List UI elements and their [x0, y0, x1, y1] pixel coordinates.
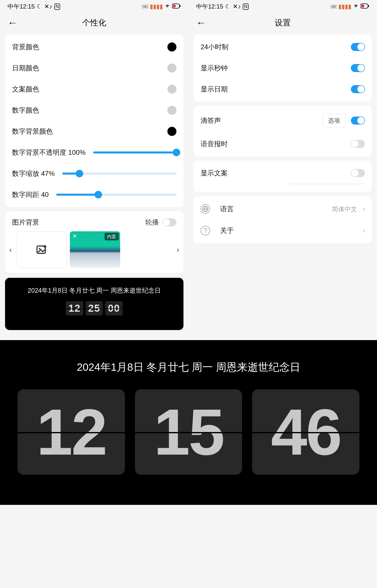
fullscreen-clock: 2024年1月8日 冬月廿七 周一 周恩来逝世纪念日 12 15 46: [0, 340, 377, 505]
digit-bg-color-label: 数字背景颜色: [12, 127, 53, 136]
tick-label: 滴答声: [201, 116, 221, 125]
wifi-icon: [353, 3, 359, 10]
general-settings-card: 语言 简体中文 › ? 关于 ›: [194, 196, 372, 243]
digit-bg-color-row[interactable]: 数字背景颜色: [5, 121, 183, 142]
date-color-swatch[interactable]: [167, 64, 176, 73]
remove-image-icon[interactable]: ✕: [71, 233, 78, 239]
status-bar: 中午12:15 ☾ ✕♪ N HD ▮▮▮▮: [0, 0, 189, 12]
nfc-icon: N: [243, 4, 249, 10]
show-text-row: 显示文案: [194, 163, 372, 184]
signal-icon: ▮▮▮▮: [150, 3, 163, 10]
digit-spacing-label: 数字间距 40: [12, 190, 49, 199]
h24-label: 24小时制: [201, 42, 228, 51]
sound-settings-card: 滴答声 选项 语音报时: [194, 106, 372, 156]
bg-color-row[interactable]: 背景颜色: [5, 36, 183, 58]
digit-scale-label: 数字缩放 47%: [12, 169, 55, 178]
big-clock-seconds: 46: [252, 389, 359, 475]
digit-bg-color-swatch[interactable]: [167, 127, 176, 136]
tick-row: 滴答声 选项: [194, 108, 372, 133]
show-text-label: 显示文案: [201, 169, 228, 178]
svg-rect-9: [361, 5, 364, 8]
carousel-label: 轮播: [145, 218, 159, 227]
show-seconds-toggle[interactable]: [351, 64, 365, 72]
moon-icon: ☾: [37, 3, 42, 10]
back-arrow-icon[interactable]: ←: [196, 17, 206, 28]
mute-icon: ✕♪: [233, 3, 241, 10]
digit-spacing-row: 数字间距 40: [5, 184, 183, 205]
text-color-row[interactable]: 文案颜色: [5, 79, 183, 100]
digit-spacing-slider[interactable]: [56, 194, 176, 196]
image-thumbnail[interactable]: ✕ 内置: [70, 231, 120, 268]
bg-color-label: 背景颜色: [12, 42, 39, 51]
chevron-right-icon: ›: [363, 205, 365, 213]
moon-icon: ☾: [225, 3, 231, 10]
tick-toggle[interactable]: [351, 117, 365, 125]
show-date-row: 显示日期: [194, 79, 372, 100]
big-clock-date: 2024年1月8日 冬月廿七 周一 周恩来逝世纪念日: [18, 360, 359, 374]
add-image-icon: [35, 243, 48, 256]
display-settings-card: 24小时制 显示秒钟 显示日期: [194, 34, 372, 102]
mute-icon: ✕♪: [44, 3, 52, 10]
nav-header: ← 设置: [189, 12, 377, 34]
nav-header: ← 个性化: [0, 12, 189, 34]
preview-seconds: 00: [105, 301, 123, 315]
globe-icon: [201, 204, 210, 214]
left-panel-personalization: 中午12:15 ☾ ✕♪ N HD ▮▮▮▮ ← 个性化 背景颜: [0, 0, 189, 340]
battery-icon: [360, 3, 369, 10]
status-bar: 中午12:15 ☾ ✕♪ N HD ▮▮▮▮: [189, 0, 377, 12]
status-time: 中午12:15: [8, 3, 35, 11]
bg-color-swatch[interactable]: [167, 42, 176, 51]
wifi-icon: [164, 3, 170, 10]
language-value: 简体中文: [332, 205, 357, 213]
h24-toggle[interactable]: [351, 43, 365, 51]
svg-point-4: [39, 248, 40, 249]
signal-icon: ▮▮▮▮: [338, 3, 351, 10]
text-input[interactable]: [290, 184, 365, 184]
voice-time-label: 语音报时: [201, 139, 228, 148]
show-text-toggle[interactable]: [351, 169, 365, 177]
language-row[interactable]: 语言 简体中文 ›: [194, 198, 372, 220]
preview-hours: 12: [66, 301, 83, 315]
status-time: 中午12:15: [196, 3, 223, 11]
text-color-swatch[interactable]: [167, 85, 176, 94]
digit-scale-row: 数字缩放 47%: [5, 163, 183, 184]
svg-rect-8: [368, 5, 369, 7]
hd-icon: HD: [142, 5, 148, 9]
right-panel-settings: 中午12:15 ☾ ✕♪ N HD ▮▮▮▮ ← 设置 24小时: [189, 0, 377, 340]
chevron-right-icon: ›: [363, 227, 365, 235]
show-seconds-label: 显示秒钟: [201, 64, 228, 73]
voice-time-row: 语音报时: [194, 133, 372, 154]
digit-color-label: 数字颜色: [12, 106, 39, 115]
page-title: 个性化: [82, 17, 106, 28]
battery-icon: [172, 3, 181, 10]
preview-date-line: 2024年1月8日 冬月廿七 周一 周恩来逝世纪念日: [10, 286, 178, 295]
preview-minutes: 25: [86, 301, 103, 315]
digit-color-swatch[interactable]: [167, 106, 176, 115]
show-seconds-row: 显示秒钟: [194, 58, 372, 79]
page-title: 设置: [275, 17, 291, 28]
digit-scale-slider[interactable]: [62, 173, 176, 175]
show-date-toggle[interactable]: [351, 85, 365, 93]
about-row[interactable]: ? 关于 ›: [194, 220, 372, 241]
tick-option-button[interactable]: 选项: [323, 114, 345, 127]
text-color-label: 文案颜色: [12, 85, 39, 94]
question-icon: ?: [201, 226, 210, 235]
date-color-row[interactable]: 日期颜色: [5, 58, 183, 79]
digit-bg-opacity-label: 数字背景不透明度 100%: [12, 148, 86, 157]
carousel-toggle[interactable]: [162, 218, 176, 226]
svg-rect-2: [173, 5, 176, 8]
back-arrow-icon[interactable]: ←: [8, 17, 18, 28]
pic-bg-label: 图片背景: [12, 218, 39, 227]
big-clock-hours: 12: [18, 389, 125, 475]
add-image-button[interactable]: [17, 231, 67, 268]
color-settings-card: 背景颜色 日期颜色 文案颜色 数字颜色 数字背景颜色 数字背景不透明度 100%: [5, 34, 183, 207]
big-clock-minutes: 15: [135, 389, 242, 475]
thumbs-next-icon[interactable]: ›: [175, 245, 181, 254]
h24-row: 24小时制: [194, 36, 372, 58]
thumbs-prev-icon[interactable]: ‹: [8, 245, 14, 254]
show-date-label: 显示日期: [201, 85, 228, 94]
digit-color-row[interactable]: 数字颜色: [5, 100, 183, 121]
voice-time-toggle[interactable]: [351, 140, 365, 148]
language-label: 语言: [220, 204, 234, 213]
digit-bg-opacity-slider[interactable]: [93, 151, 176, 153]
